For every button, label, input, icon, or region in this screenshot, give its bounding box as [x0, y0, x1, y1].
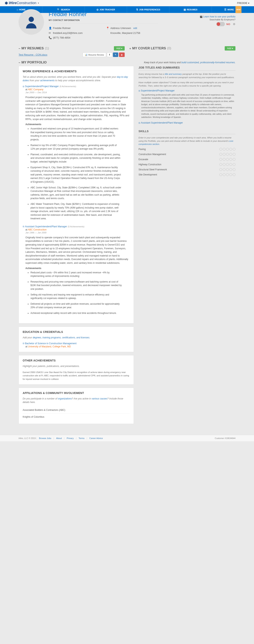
skill-rating[interactable]: [219, 168, 236, 171]
rating-dot[interactable]: [219, 153, 222, 156]
company-link[interactable]: ABC Construction: [28, 228, 46, 231]
skill-rating[interactable]: [219, 158, 236, 161]
footer-link[interactable]: About: [56, 437, 62, 440]
achievements-list: Assembled and retained core group of 10 …: [30, 127, 130, 220]
skill-rating[interactable]: [219, 148, 236, 150]
footer-links: iHire, LLC © 2019 | Browse Jobs | About …: [18, 437, 104, 440]
footer-link[interactable]: Career Advice: [89, 437, 103, 440]
avatar[interactable]: [18, 9, 44, 35]
entry-title-link[interactable]: ⊟Superintendent/Project Manager (6 Achie…: [23, 85, 130, 88]
rating-dot[interactable]: [223, 168, 226, 171]
resumes-heading[interactable]: −MY RESUMES (1): [18, 46, 49, 50]
portfolio-heading[interactable]: −MY PORTFOLIO: [18, 60, 47, 64]
affiliation-item[interactable]: Associated Builders & Contractors (ABC): [23, 407, 130, 414]
rating-dot[interactable]: [226, 168, 229, 171]
searchable-toggle[interactable]: [216, 22, 225, 26]
contact-citystate: Knoxville, Maryland 21758: [110, 31, 140, 36]
skill-row: Construction Management: [138, 153, 236, 156]
rating-dot[interactable]: [233, 173, 236, 176]
rating-dot[interactable]: [229, 163, 232, 166]
rating-dot[interactable]: [229, 158, 232, 161]
divider: [49, 23, 158, 24]
rating-dot[interactable]: [229, 148, 232, 150]
skill-row: Site Development: [138, 173, 236, 176]
rating-dot[interactable]: [233, 168, 236, 171]
divider: [138, 70, 236, 70]
edit-button[interactable]: ✎: [113, 52, 118, 57]
achievement-item: Selling old machinery and leasing new eq…: [30, 293, 130, 300]
work-entry: ⊟Assistant Superintendent/Plant Manager …: [23, 225, 130, 315]
job-titles-section: JOB TITLES AND SUMMARIES Every strong re…: [138, 66, 236, 124]
rating-dot[interactable]: [219, 158, 222, 161]
causes-link[interactable]: various causes: [92, 397, 107, 400]
skill-name: Construction Management: [138, 153, 219, 156]
rating-dot[interactable]: [226, 173, 229, 176]
affiliation-item[interactable]: Knights of Columbus: [23, 414, 130, 420]
phone-icon: 📞: [49, 36, 51, 40]
download-button[interactable]: ⬇: [107, 52, 112, 57]
achievements-header: Achievements: [25, 123, 130, 126]
rating-dot[interactable]: [223, 153, 226, 156]
build-resumes-link[interactable]: build customized, professionally-formatt…: [181, 61, 236, 64]
company-link[interactable]: ABC Company: [28, 88, 43, 91]
rating-dot[interactable]: [233, 158, 236, 161]
rating-dot[interactable]: [226, 148, 229, 150]
edit-address-link[interactable]: edit: [133, 26, 137, 30]
achievement-item: Assembled and retained core group of 10 …: [30, 127, 130, 141]
collapse-icon: ⊟: [23, 342, 24, 344]
jts-item-link[interactable]: ⊟Superintendent/Project Manager: [138, 89, 236, 92]
rating-dot[interactable]: [219, 163, 222, 166]
work-experience-card: WORK EXPERIENCE & ACHIEVEMENTS Tell us a…: [18, 66, 134, 324]
add-cover-button[interactable]: Add ▾: [225, 46, 236, 50]
footer-link[interactable]: Browse Jobs: [39, 437, 51, 440]
skill-row: Highway Construction: [138, 163, 236, 166]
resume-review-button[interactable]: 📊Resume Review: [83, 52, 106, 57]
rating-dot[interactable]: [219, 148, 222, 150]
rating-dot[interactable]: [223, 173, 226, 176]
add-resume-button[interactable]: Add ▾: [114, 46, 125, 50]
achievement-item: ABC Junior High School, City, State ($29…: [30, 186, 130, 200]
coverletters-heading[interactable]: +MY COVER LETTERS (0): [129, 46, 171, 50]
achievement-item: Achieved exceptional safety record with …: [30, 311, 130, 315]
rating-dot[interactable]: [223, 158, 226, 161]
rating-dot[interactable]: [226, 153, 229, 156]
skill-rating[interactable]: [219, 153, 236, 156]
entry-title-link[interactable]: ⊟Assistant Superintendent/Plant Manager …: [23, 225, 130, 228]
edu-degree[interactable]: ⊟Bachelor of Science in Construction Man…: [23, 342, 130, 345]
footer-link[interactable]: Terms: [79, 437, 84, 440]
title-summary-link[interactable]: title and summary: [165, 73, 182, 75]
jts-title: JOB TITLES AND SUMMARIES: [138, 66, 236, 69]
trash-icon: 🗑: [121, 54, 123, 56]
portfolio-tagline: Keep track of your work history and buil…: [144, 61, 236, 64]
rating-dot[interactable]: [219, 173, 222, 176]
plus-icon: +: [129, 47, 131, 50]
skill-rating[interactable]: [219, 163, 236, 166]
jts-item-link[interactable]: ⊟Assistant Superintendent/Plant Manager: [138, 122, 236, 124]
user-menu[interactable]: FREDDIE ▾: [237, 2, 249, 4]
rating-dot[interactable]: [229, 173, 232, 176]
edu-link[interactable]: degrees, training programs, certificatio…: [33, 336, 90, 339]
skill-row: Excavate: [138, 158, 236, 161]
rating-dot[interactable]: [223, 163, 226, 166]
rating-dot[interactable]: [223, 148, 226, 150]
contact-section-title: MY CONTACT INFORMATION: [49, 19, 236, 21]
rating-dot[interactable]: [233, 153, 236, 156]
achievements-link[interactable]: achievements: [40, 79, 54, 82]
resume-item-link[interactable]: Test Resume - CON.docx: [18, 53, 47, 56]
rating-dot[interactable]: [229, 153, 232, 156]
skill-row: Structural Steel Framework: [138, 168, 236, 171]
achievement-item: Delivered all projects on time and with …: [30, 302, 130, 309]
rating-dot[interactable]: [233, 163, 236, 166]
rating-dot[interactable]: [219, 168, 222, 171]
delete-button[interactable]: 🗑: [119, 52, 125, 57]
entry-body: Originally hired to operate company's fi…: [25, 236, 130, 265]
skill-rating[interactable]: [219, 173, 236, 176]
brand-logo[interactable]: ✱ iHireConstruction ▾: [5, 1, 39, 6]
rating-dot[interactable]: [229, 168, 232, 171]
rating-dot[interactable]: [226, 158, 229, 161]
school-link[interactable]: University of Maryland, College Park, MD: [28, 345, 71, 348]
rating-dot[interactable]: [233, 148, 236, 150]
footer-link[interactable]: Privacy: [67, 437, 74, 440]
rating-dot[interactable]: [226, 163, 229, 166]
orgs-link[interactable]: organizations: [58, 397, 72, 400]
